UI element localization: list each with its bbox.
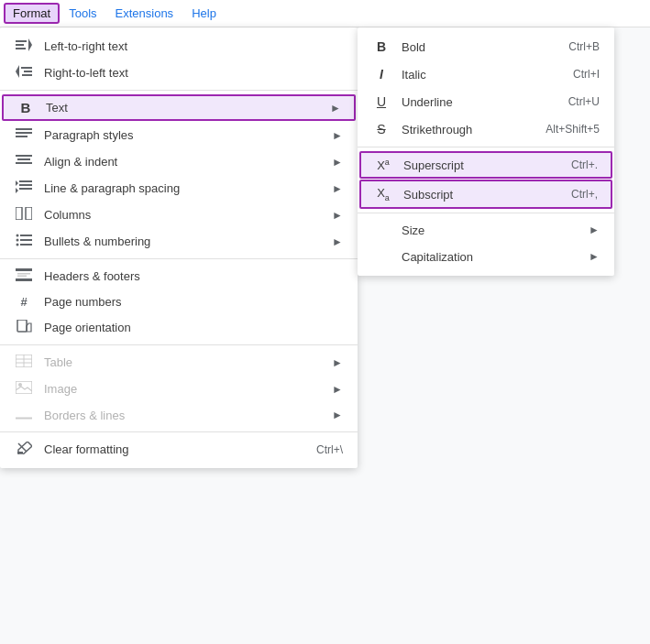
format-align[interactable]: Align & indent ►: [0, 148, 358, 175]
subscript-icon: Xa: [374, 186, 392, 202]
text-bold-icon: B: [17, 100, 35, 115]
text-size-label: Size: [402, 224, 578, 237]
table-arrow-icon: ►: [332, 356, 343, 369]
text-strikethrough[interactable]: S Strikethrough Alt+Shift+5: [358, 115, 614, 143]
underline-icon: U: [372, 94, 391, 109]
text-subscript-label: Subscript: [403, 188, 560, 202]
svg-point-29: [17, 244, 19, 246]
ltr-icon: [15, 38, 33, 54]
clear-shortcut: Ctrl+\: [316, 443, 343, 456]
paragraph-icon: [15, 127, 33, 143]
format-headers[interactable]: Headers & footers: [0, 263, 358, 289]
format-paragraph-label: Paragraph styles: [44, 128, 321, 142]
format-clear[interactable]: Clear formatting Ctrl+\: [0, 436, 358, 463]
svg-rect-9: [24, 71, 32, 72]
svg-rect-5: [16, 44, 24, 46]
svg-rect-17: [16, 162, 32, 164]
text-bold[interactable]: B Bold Ctrl+B: [358, 33, 614, 60]
columns-icon: [15, 207, 33, 223]
svg-rect-4: [16, 40, 27, 42]
svg-rect-14: [16, 136, 28, 137]
menu-tools[interactable]: Tools: [60, 3, 105, 24]
svg-rect-40: [16, 381, 32, 394]
underline-shortcut: Ctrl+U: [568, 95, 600, 108]
italic-shortcut: Ctrl+I: [573, 68, 600, 81]
align-icon: [15, 154, 33, 169]
orientation-icon: [15, 320, 33, 335]
format-align-label: Align & indent: [44, 155, 321, 169]
spacing-icon: [15, 180, 33, 196]
format-orientation[interactable]: Page orientation: [0, 314, 358, 341]
text-arrow-icon: ►: [330, 102, 341, 115]
strikethrough-icon: S: [372, 122, 391, 136]
text-strikethrough-label: Strikethrough: [402, 123, 534, 136]
format-spacing[interactable]: Line & paragraph spacing ►: [0, 175, 358, 202]
format-paragraph[interactable]: Paragraph styles ►: [0, 122, 358, 148]
capitalization-arrow-icon: ►: [589, 250, 600, 263]
borders-icon: [15, 408, 33, 422]
separator-1: [0, 90, 358, 91]
format-page-numbers-label: Page numbers: [44, 295, 343, 309]
svg-rect-32: [16, 278, 32, 281]
image-icon: [15, 381, 33, 397]
svg-rect-33: [17, 273, 30, 275]
format-ltr[interactable]: Left-to-right text: [0, 33, 358, 60]
format-ltr-label: Left-to-right text: [44, 39, 343, 53]
table-icon: [15, 355, 33, 370]
svg-rect-8: [21, 67, 32, 69]
bold-shortcut: Ctrl+B: [568, 40, 600, 53]
text-superscript[interactable]: Xa Superscript Ctrl+.: [359, 151, 612, 179]
italic-icon: I: [372, 67, 391, 82]
text-bold-label: Bold: [402, 40, 557, 54]
format-columns-label: Columns: [44, 208, 321, 222]
align-arrow-icon: ►: [332, 156, 343, 169]
format-rtl-label: Right-to-left text: [44, 66, 343, 80]
svg-marker-22: [16, 188, 18, 193]
menu-extensions[interactable]: Extensions: [106, 3, 183, 24]
text-capitalization[interactable]: Capitalization ►: [358, 244, 614, 270]
format-bullets-label: Bullets & numbering: [44, 235, 321, 248]
svg-rect-35: [17, 320, 27, 332]
bullets-icon: [15, 234, 33, 249]
format-borders: Borders & lines ►: [0, 402, 358, 428]
borders-arrow-icon: ►: [332, 409, 343, 421]
text-submenu: B Bold Ctrl+B I Italic Ctrl+I U Underlin…: [358, 27, 614, 276]
superscript-shortcut: Ctrl+.: [571, 158, 598, 171]
format-bullets[interactable]: Bullets & numbering ►: [0, 228, 358, 255]
format-table-label: Table: [44, 355, 321, 369]
superscript-icon: Xa: [374, 158, 392, 172]
format-borders-label: Borders & lines: [44, 409, 321, 422]
separator-3: [0, 344, 358, 345]
submenu-separator-1: [358, 147, 614, 147]
svg-rect-28: [20, 239, 32, 241]
menu-format[interactable]: Format: [4, 3, 60, 24]
format-page-numbers[interactable]: # Page numbers: [0, 289, 358, 314]
svg-rect-26: [20, 235, 32, 236]
svg-rect-31: [16, 268, 32, 271]
text-subscript[interactable]: Xa Subscript Ctrl+,: [359, 180, 612, 209]
svg-rect-15: [16, 155, 32, 157]
separator-4: [0, 431, 358, 432]
format-table: Table ►: [0, 349, 358, 376]
svg-point-25: [17, 235, 19, 237]
text-underline[interactable]: U Underline Ctrl+U: [358, 88, 614, 115]
menu-help[interactable]: Help: [182, 3, 226, 24]
spacing-arrow-icon: ►: [332, 182, 343, 195]
text-italic[interactable]: I Italic Ctrl+I: [358, 60, 614, 88]
format-image: Image ►: [0, 376, 358, 402]
text-italic-label: Italic: [402, 68, 562, 82]
format-rtl[interactable]: Right-to-left text: [0, 60, 358, 86]
submenu-separator-2: [358, 213, 614, 213]
format-headers-label: Headers & footers: [44, 269, 343, 283]
image-arrow-icon: ►: [332, 383, 343, 396]
paragraph-arrow-icon: ►: [332, 129, 343, 142]
svg-marker-21: [16, 180, 18, 186]
format-text-label: Text: [46, 101, 319, 115]
svg-point-27: [17, 239, 19, 242]
text-size[interactable]: Size ►: [358, 217, 614, 244]
svg-marker-7: [28, 38, 32, 51]
svg-rect-34: [17, 276, 27, 278]
format-text[interactable]: B Text ►: [2, 94, 356, 121]
format-columns[interactable]: Columns ►: [0, 202, 358, 228]
format-clear-label: Clear formatting: [44, 442, 305, 456]
